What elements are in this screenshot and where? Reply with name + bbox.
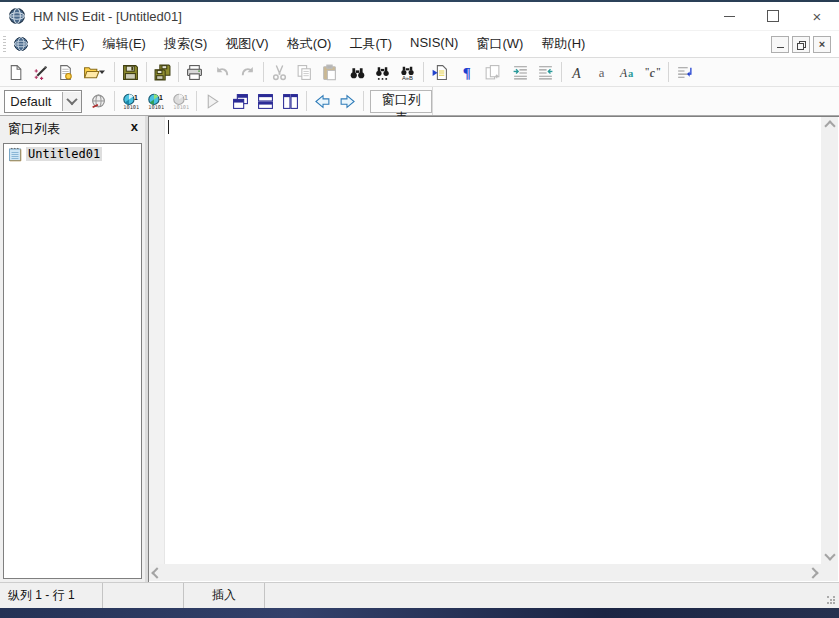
menu-tools[interactable]: 工具(T) [340,31,401,57]
scheme-combobox[interactable]: Default [4,90,82,113]
menu-view[interactable]: 视图(V) [216,31,277,57]
uppercase-button[interactable] [565,60,590,84]
print-icon [186,64,203,81]
scheme-combobox-dropdown[interactable] [62,92,81,111]
close-button[interactable]: × [795,2,839,30]
quote-string-button[interactable] [640,60,665,84]
show-paragraph-button[interactable] [455,60,480,84]
comment-align-icon [676,64,693,81]
forward-icon [339,93,356,110]
compile-run-button[interactable] [143,89,168,113]
toolbar-separator [114,62,115,82]
wizard-icon [32,64,49,81]
find-next-icon [374,64,391,81]
outdent-button[interactable] [533,60,558,84]
new-script-button[interactable] [53,60,78,84]
back-button[interactable] [310,89,335,113]
mdi-window-controls: × [771,36,831,53]
menu-items: 文件(F)编辑(E)搜索(S)视图(V)格式(O)工具(T)NSIS(N)窗口(… [33,31,594,57]
compile-toolbar: Default 窗口列表 [0,87,839,116]
window-list-item[interactable]: Untitled01 [4,144,141,163]
save-button[interactable] [118,60,143,84]
compile-button[interactable] [118,89,143,113]
comment-align-button[interactable] [672,60,697,84]
menu-window[interactable]: 窗口(W) [467,31,532,57]
tile-vertical-button[interactable] [278,89,303,113]
mdi-minimize-button[interactable] [771,36,789,53]
mdi-minimize-icon [777,47,784,48]
new-file-icon [7,64,24,81]
tile-vertical-icon [282,93,299,110]
print-button[interactable] [182,60,207,84]
toolbar-separator [306,91,307,111]
save-icon [122,64,139,81]
undo-button [210,60,235,84]
menu-format[interactable]: 格式(O) [278,31,341,57]
minimize-button[interactable] [707,2,751,30]
app-globe-icon [8,7,26,25]
panel-close-button[interactable]: x [131,120,138,133]
mdi-close-button[interactable]: × [813,36,831,53]
toolbar-separator [146,62,147,82]
menubar-gripper[interactable] [3,36,6,52]
run-button [200,89,225,113]
lowercase-button[interactable] [590,60,615,84]
minimize-icon [724,16,735,17]
desktop-edge-bottom [0,608,839,618]
insert-mode-panel: 插入 [184,583,265,608]
editor-area[interactable] [148,116,839,582]
scroll-right-icon[interactable] [807,567,818,578]
new-file-button[interactable] [3,60,28,84]
document-globe-icon [13,36,29,52]
find-next-button[interactable] [370,60,395,84]
lowercase-icon [594,64,611,81]
replace-button[interactable] [395,60,420,84]
menu-help[interactable]: 帮助(H) [532,31,594,57]
tile-horizontal-button[interactable] [253,89,278,113]
goto-line-icon [431,64,448,81]
paste-button [317,60,342,84]
scroll-left-icon[interactable] [151,567,162,578]
maximize-button[interactable] [751,2,795,30]
indent-button[interactable] [508,60,533,84]
menu-bar: 文件(F)编辑(E)搜索(S)视图(V)格式(O)工具(T)NSIS(N)窗口(… [0,31,839,58]
redo-button [235,60,260,84]
cascade-windows-icon [232,93,249,110]
editor-gutter [149,117,165,564]
cascade-windows-button[interactable] [228,89,253,113]
find-button[interactable] [345,60,370,84]
horizontal-scrollbar[interactable] [149,564,821,581]
open-dropdown-caret-icon[interactable] [98,68,106,76]
save-all-button[interactable] [150,60,175,84]
scroll-up-icon[interactable] [824,120,835,131]
menu-file[interactable]: 文件(F) [33,31,94,57]
mdi-restore-button[interactable] [792,36,810,53]
cut-button [267,60,292,84]
vertical-scrollbar[interactable] [821,117,838,564]
new-script-icon [57,64,74,81]
window-list-title: 窗口列表 [8,120,60,138]
goto-line-button[interactable] [427,60,452,84]
indent-icon [512,64,529,81]
forward-button[interactable] [335,89,360,113]
menu-search[interactable]: 搜索(S) [155,31,216,57]
window-list-toggle-button[interactable]: 窗口列表 [370,90,432,113]
cut-icon [271,64,288,81]
uppercase-icon [569,64,586,81]
menu-nsis[interactable]: NSIS(N) [401,31,467,57]
wizard-button[interactable] [28,60,53,84]
toggle-case-button[interactable] [615,60,640,84]
window-list-item-label: Untitled01 [26,147,102,161]
compile-toolbar-band-area: Default 窗口列表 [0,87,433,115]
status-blank-panel [103,583,184,608]
window-list-panel: 窗口列表 x Untitled01 [0,116,145,582]
toolbar-separator [668,62,669,82]
window-title: HM NIS Edit - [Untitled01] [33,9,182,24]
open-button[interactable] [78,60,111,84]
toolbar-separator [363,91,364,111]
scroll-down-icon[interactable] [824,549,835,560]
resize-grip[interactable] [827,596,836,605]
notepad-icon [7,146,23,162]
compiler-settings-button[interactable] [86,89,111,113]
menu-edit[interactable]: 编辑(E) [94,31,155,57]
